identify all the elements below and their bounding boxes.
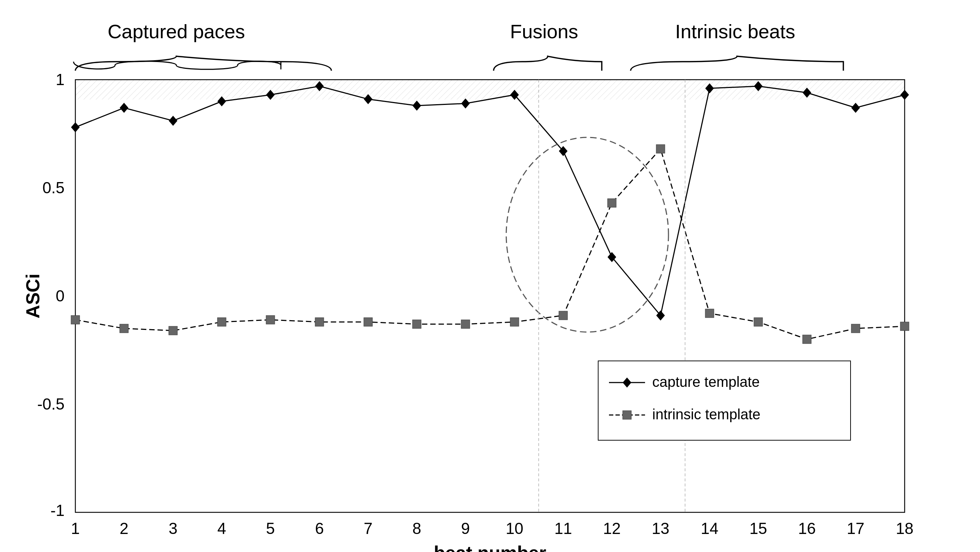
intrinsic-beats-brace [631,56,843,71]
x-axis-label: beat number [434,542,546,552]
svg-rect-36 [900,322,909,331]
x-tick-10: 10 [506,520,523,537]
x-tick-6: 6 [315,520,324,537]
x-tick-13: 13 [652,520,670,537]
y-axis-label: ASCi [22,273,43,318]
legend-intrinsic-label: intrinsic template [652,406,760,422]
y-tick-m1: -1 [51,501,65,519]
svg-marker-2 [120,103,128,113]
svg-rect-24 [315,318,324,326]
legend-box [598,361,851,440]
svg-rect-19 [71,315,80,324]
svg-rect-31 [656,145,665,153]
captured-paces-label: Captured paces [107,21,245,42]
capture-template-line [75,86,905,315]
svg-rect-30 [608,199,616,207]
svg-rect-21 [169,326,177,335]
x-tick-15: 15 [749,520,767,537]
x-tick-11: 11 [555,520,572,537]
svg-marker-8 [412,100,421,111]
x-tick-17: 17 [847,520,865,537]
svg-rect-23 [266,315,275,324]
x-tick-2: 2 [120,520,128,537]
x-tick-7: 7 [364,520,372,537]
x-tick-8: 8 [412,520,421,537]
svg-marker-9 [461,99,470,108]
fusions-label: Fusions [510,21,578,42]
x-tick-5: 5 [266,520,275,537]
svg-rect-26 [412,320,421,328]
svg-rect-20 [120,324,128,333]
intrinsic-beats-label: Intrinsic beats [675,21,795,42]
x-tick-12: 12 [603,520,621,537]
y-tick-1: 1 [56,71,65,88]
x-tick-3: 3 [169,520,177,537]
fusions-brace [493,56,602,71]
x-tick-16: 16 [798,520,816,537]
svg-marker-3 [169,116,177,126]
x-tick-18: 18 [896,520,914,537]
legend-intrinsic-marker [623,410,632,419]
x-tick-4: 4 [217,520,226,537]
x-tick-1: 1 [71,520,80,537]
svg-rect-25 [364,318,372,326]
intrinsic-template-markers [71,145,909,344]
svg-rect-29 [559,311,568,320]
chart-border [75,80,905,512]
intrinsic-template-line [75,149,905,339]
x-tick-9: 9 [461,520,470,537]
svg-rect-22 [217,318,226,326]
svg-rect-33 [754,318,763,326]
svg-marker-17 [851,103,860,113]
capture-template-markers [71,81,909,321]
svg-marker-1 [71,122,80,132]
y-tick-m05: -0.5 [37,395,65,413]
y-tick-05: 0.5 [43,179,65,197]
chart-container: Captured paces Fusions Intrinsic beats [21,15,959,538]
svg-rect-27 [461,320,470,328]
svg-rect-28 [510,318,519,326]
legend-capture-label: capture template [652,374,760,390]
svg-rect-32 [705,309,714,318]
y-tick-0: 0 [56,287,65,305]
x-tick-14: 14 [701,520,719,537]
svg-rect-35 [851,324,860,333]
fusions-circle [506,137,668,332]
svg-rect-34 [803,335,811,344]
captured-paces-brace2 [75,56,331,71]
